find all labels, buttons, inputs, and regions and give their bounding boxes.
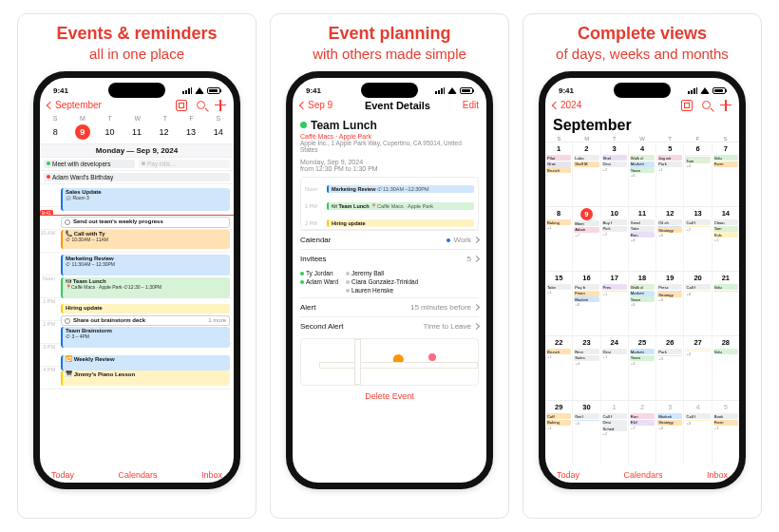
event-block[interactable]: Sales Update🏢 Room 3 bbox=[61, 188, 230, 211]
back-button[interactable]: September bbox=[48, 100, 102, 110]
month-cell[interactable]: 19PrescStrategy+3 bbox=[656, 272, 684, 335]
month-cell[interactable]: 26Park+3 bbox=[656, 336, 684, 400]
month-cell[interactable]: 11SendTakeRon+4 bbox=[629, 207, 656, 271]
add-icon[interactable] bbox=[720, 100, 732, 111]
allday-chip-1[interactable]: Pay bills… bbox=[139, 160, 230, 168]
allday-chip-2[interactable]: Adam Ward's Birthday bbox=[44, 173, 230, 181]
month-cell[interactable]: 7VoluFarm bbox=[712, 142, 739, 206]
calendars-button[interactable]: Calendars bbox=[623, 470, 662, 480]
month-cell[interactable]: 15Take+1 bbox=[545, 272, 573, 335]
panel1-headline: Events & reminders bbox=[56, 24, 217, 44]
event-block[interactable]: Send out team's weekly progress bbox=[61, 217, 230, 228]
day-schedule[interactable]: Meet with developers Pay bills… Adam War… bbox=[40, 158, 234, 462]
month-cell[interactable]: 4Walk dMarketiTeam+6 bbox=[629, 142, 656, 206]
month-cell[interactable]: 1PilatGrocBrunch bbox=[545, 142, 573, 206]
month-cell[interactable]: 25MarketiTeam+4 bbox=[629, 336, 656, 400]
month-cell[interactable]: 23ReviSales+4 bbox=[573, 336, 600, 400]
date-12[interactable]: 12 bbox=[157, 127, 172, 137]
search-icon[interactable] bbox=[702, 101, 711, 109]
month-cell[interactable]: 2RunEliif+7 bbox=[629, 401, 656, 465]
month-cell[interactable]: 3ShelDesi+2 bbox=[601, 142, 629, 206]
date-13[interactable]: 13 bbox=[183, 127, 199, 137]
month-cell[interactable]: 17Pres+1 bbox=[601, 272, 629, 335]
signal-icon bbox=[182, 87, 192, 94]
month-cell[interactable]: 16Pay bFinanMarketi+6 bbox=[573, 272, 600, 335]
month-cell[interactable]: 8Baking+1 bbox=[545, 207, 573, 271]
month-cell[interactable]: 10Buy fPick+2 bbox=[601, 207, 629, 271]
month-cell[interactable]: 21Volu bbox=[712, 272, 739, 335]
month-cell[interactable]: 29CaffBaking+1 bbox=[545, 401, 573, 465]
event-block[interactable]: Marketing Review⏱ 11:30AM – 12:30PM bbox=[61, 255, 230, 276]
today-button[interactable]: Today bbox=[51, 470, 74, 480]
event-block[interactable]: 🎹 Jimmy's Piano Lesson bbox=[61, 370, 230, 386]
month-cell[interactable]: 20Call f+3 bbox=[684, 272, 712, 335]
inbox-button[interactable]: Inbox bbox=[201, 470, 222, 480]
date-14[interactable]: 14 bbox=[211, 127, 226, 137]
view-mode-icon[interactable] bbox=[176, 100, 187, 111]
month-cell[interactable]: 12Oil chStrategy+3 bbox=[656, 207, 684, 271]
date-8[interactable]: 8 bbox=[48, 127, 63, 137]
date-10[interactable]: 10 bbox=[102, 127, 117, 137]
delete-event-button[interactable]: Delete Event bbox=[300, 386, 479, 403]
invitee: Ty Jordan bbox=[300, 270, 338, 276]
calendar-row[interactable]: Calendar Work bbox=[300, 230, 479, 249]
invitee-list: Ty JordanAdam WardJeremy BallCiara Gonza… bbox=[300, 268, 479, 297]
today-button[interactable]: Today bbox=[557, 470, 580, 480]
event-block[interactable]: Share out brainstorm deck1 more bbox=[61, 315, 230, 326]
panel-day-list: Events & reminders all in one place 9:41… bbox=[17, 13, 256, 519]
second-alert-row[interactable]: Second Alert Time to Leave bbox=[300, 316, 479, 335]
event-block[interactable]: Hiring update bbox=[61, 304, 230, 314]
month-cell[interactable]: 2LaboStaff M bbox=[573, 142, 600, 206]
month-cell[interactable]: 1Call fDesiSched+2 bbox=[601, 401, 629, 465]
week-dates[interactable]: 891011121314 bbox=[40, 122, 234, 144]
date-9[interactable]: 9 bbox=[75, 124, 90, 140]
month-cell[interactable]: 30Get l+5 bbox=[573, 401, 600, 465]
month-cell[interactable]: 27+4 bbox=[684, 336, 712, 400]
month-cell[interactable]: 6Tam+4 bbox=[684, 142, 712, 206]
month-cell[interactable]: 5BookFarm+1 bbox=[712, 401, 739, 465]
signal-icon bbox=[688, 87, 697, 94]
month-cell[interactable]: 28Volu bbox=[712, 336, 739, 400]
edit-button[interactable]: Edit bbox=[463, 100, 479, 110]
panel2-subline: with others made simple bbox=[313, 46, 466, 62]
search-icon[interactable] bbox=[197, 101, 205, 109]
back-label: Sep 9 bbox=[308, 100, 332, 110]
event-block[interactable]: 📞 Call with Ty⏱ 10:30AM – 11AM bbox=[61, 230, 230, 249]
month-cell[interactable]: 3MarketiStrategy+3 bbox=[656, 401, 684, 465]
alert-row[interactable]: Alert 15 minutes before bbox=[300, 297, 479, 316]
inbox-button[interactable]: Inbox bbox=[707, 470, 728, 480]
month-cell[interactable]: 22Brunch+1 bbox=[545, 336, 573, 400]
allday-chip-0[interactable]: Meet with developers bbox=[44, 160, 135, 168]
event-block[interactable]: 🔁 Weekly Review bbox=[61, 355, 230, 370]
month-grid[interactable]: 1PilatGrocBrunch2LaboStaff M3ShelDesi+24… bbox=[545, 142, 739, 465]
wifi-icon bbox=[700, 87, 710, 94]
month-cell[interactable]: 4Call f+3 bbox=[684, 401, 712, 465]
back-button[interactable]: 2024 bbox=[553, 100, 581, 110]
month-cell[interactable]: 5Jog witPark+1 bbox=[656, 142, 684, 206]
event-location-name[interactable]: Caffè Macs · Apple Park bbox=[300, 133, 479, 140]
invitees-row[interactable]: Invitees 5 bbox=[300, 249, 479, 268]
dynamic-island bbox=[108, 83, 165, 98]
status-time: 9:41 bbox=[53, 86, 68, 95]
panel3-headline: Complete views bbox=[578, 24, 707, 44]
map-preview[interactable] bbox=[300, 338, 479, 386]
day-header: Monday — Sep 9, 2024 bbox=[40, 144, 234, 158]
panel-event-details: Event planning with others made simple 9… bbox=[270, 13, 509, 519]
calendars-button[interactable]: Calendars bbox=[118, 470, 157, 480]
add-icon[interactable] bbox=[215, 100, 226, 111]
month-cell[interactable]: 18Walk dMarketiTeam+6 bbox=[629, 272, 656, 335]
date-11[interactable]: 11 bbox=[129, 127, 144, 137]
allday-row: Meet with developers Pay bills… bbox=[40, 158, 234, 171]
mini-day-preview[interactable]: NoonMarketing Review ⏱11:30AM –12:30PM1 … bbox=[300, 177, 479, 230]
back-button[interactable]: Sep 9 bbox=[300, 100, 332, 110]
month-cell[interactable]: 13Call f+2 bbox=[684, 207, 712, 271]
event-block[interactable]: 🍽 Team Lunch📍Caffè Macs · Apple Park ⏱12… bbox=[61, 277, 230, 298]
chevron-right-icon bbox=[473, 237, 480, 243]
calendar-dot bbox=[446, 238, 450, 242]
month-cell[interactable]: 9MeetAdam+7 bbox=[573, 207, 600, 271]
event-block[interactable]: Team Brainstorm⏱ 3 – 4PM bbox=[61, 327, 230, 348]
nav-bar: Sep 9 Event Details Edit bbox=[293, 99, 486, 115]
month-cell[interactable]: 24Desi+1 bbox=[601, 336, 629, 400]
view-mode-icon[interactable] bbox=[681, 100, 693, 111]
month-cell[interactable]: 14CleanTamKids+1 bbox=[712, 207, 739, 271]
